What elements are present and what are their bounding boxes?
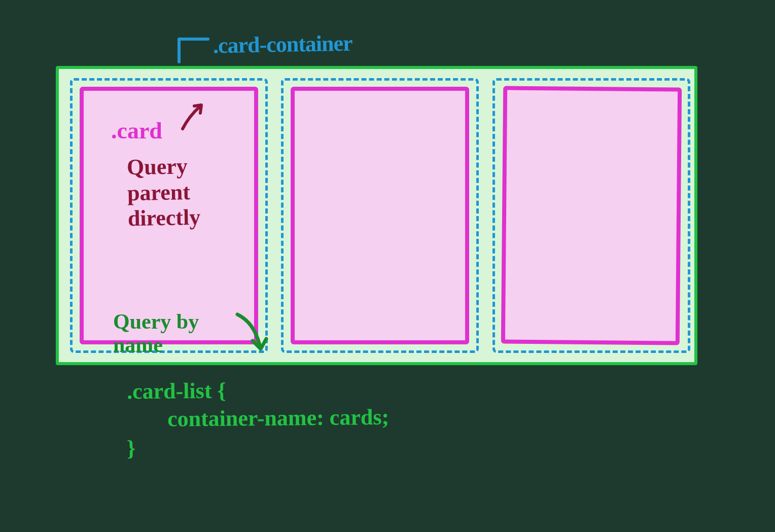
label-card: .card: [111, 117, 162, 144]
card-list-box: .card Query parent directly Query by nam…: [56, 66, 697, 365]
code-close-brace: }: [127, 430, 390, 462]
card-container-2: [281, 78, 479, 353]
card-container-3: [492, 78, 690, 353]
card-3: [501, 86, 682, 345]
css-container-diagram: .card-container .card Query parent direc…: [56, 66, 697, 365]
code-selector-line: .card-list {: [127, 375, 390, 406]
pointer-line-icon: [175, 37, 210, 64]
card-2: [291, 87, 469, 344]
css-code-snippet: .card-list { container-name: cards; }: [127, 376, 389, 460]
arrow-curved-up-icon: [180, 101, 208, 131]
arrow-curved-down-icon: [233, 309, 271, 360]
text-query-parent-directly: Query parent directly: [127, 154, 201, 232]
code-property-line: container-name: cards;: [127, 403, 390, 434]
card-1: .card Query parent directly Query by nam…: [80, 87, 258, 344]
label-card-container: .card-container: [213, 30, 353, 59]
text-query-by-name: Query by name: [113, 310, 199, 357]
